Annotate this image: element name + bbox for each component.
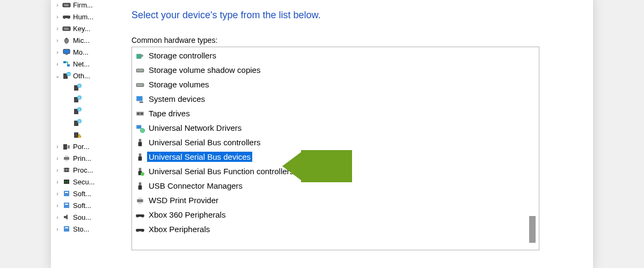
tape-icon	[134, 108, 146, 120]
tree-item[interactable]: ›Firm...	[51, 0, 110, 11]
network-icon	[62, 59, 71, 69]
hardware-types-list[interactable]: Storage controllersStorage volume shadow…	[131, 47, 539, 250]
hardware-type-item[interactable]: Tape drives	[132, 106, 539, 121]
tree-item-label: Sto...	[73, 225, 89, 233]
keyboard-icon	[62, 24, 71, 33]
hardware-type-label: Xbox 360 Peripherals	[147, 210, 227, 220]
tree-item-label: Key...	[73, 25, 90, 33]
hardware-type-item[interactable]: Universal Serial Bus controllers	[132, 135, 539, 150]
hardware-type-label: Storage volumes	[147, 79, 211, 90]
tree-item-label: Soft...	[73, 190, 91, 198]
tree-item-label: Sou...	[73, 213, 91, 221]
chevron-right-icon[interactable]: ›	[54, 25, 61, 32]
tree-item[interactable]	[51, 129, 110, 140]
software-icon	[62, 189, 71, 198]
tree-item[interactable]	[51, 117, 110, 129]
hardware-type-item[interactable]: WSD Print Provider	[132, 193, 539, 207]
printer-icon	[62, 153, 71, 163]
tree-item-label: Net...	[73, 60, 90, 68]
chevron-right-icon[interactable]: ›	[54, 2, 61, 8]
dialog-content: Select your device's type from the list …	[110, 0, 593, 268]
security-icon	[62, 177, 71, 187]
drive-icon	[134, 79, 146, 91]
hardware-type-item[interactable]: Universal Network Drivers	[132, 121, 539, 135]
hardware-type-item[interactable]: Storage volumes	[132, 77, 539, 92]
chevron-right-icon[interactable]: ›	[54, 190, 61, 197]
chevron-right-icon[interactable]: ›	[54, 202, 61, 209]
tree-item-label: Hum...	[73, 13, 93, 21]
tree-item-label: Oth...	[73, 72, 90, 80]
tree-item[interactable]: ›Mo...	[51, 46, 110, 58]
tree-item-label: Soft...	[73, 202, 91, 210]
hardware-type-item[interactable]: USB Connector Managers	[132, 178, 539, 193]
tree-item-label: Mic...	[73, 36, 90, 44]
list-label: Common hardware types:	[131, 36, 572, 44]
unknown-icon	[72, 118, 82, 128]
usb-fn-icon	[134, 166, 146, 177]
tree-item[interactable]: ›Secu...	[51, 176, 110, 188]
hardware-type-label: Universal Serial Bus devices	[147, 152, 252, 162]
tree-item[interactable]	[51, 93, 110, 105]
hardware-type-label: Universal Serial Bus Function controller…	[147, 166, 295, 176]
hardware-type-item[interactable]: Storage controllers	[132, 48, 539, 63]
device-tree-sidebar: ›Firm...›Hum...›Key...›Mic...›Mo...›Net.…	[51, 0, 110, 268]
chevron-right-icon[interactable]: ›	[54, 143, 61, 150]
tree-item[interactable]: ›Mic...	[51, 34, 110, 46]
chevron-right-icon[interactable]: ›	[54, 214, 61, 220]
hardware-type-item[interactable]: Xbox 360 Peripherals	[132, 207, 539, 222]
tree-item[interactable]	[51, 81, 110, 93]
chevron-right-icon[interactable]: ›	[54, 155, 61, 161]
hardware-type-item[interactable]: Xbox Peripherals	[132, 222, 539, 236]
heading-text: Select your device's type from the list …	[131, 10, 572, 21]
chevron-right-icon[interactable]: ›	[54, 13, 61, 20]
scrollbar-thumb[interactable]	[529, 216, 536, 243]
unknown-icon	[72, 106, 82, 116]
xbox-icon	[134, 224, 146, 235]
tree-item-label: Firm...	[73, 1, 93, 9]
chevron-right-icon[interactable]: ›	[54, 61, 61, 67]
dialog-window: ›Firm...›Hum...›Key...›Mic...›Mo...›Net.…	[51, 0, 593, 268]
tree-item[interactable]: ›Sou...	[51, 211, 110, 223]
monitor-icon	[62, 47, 71, 57]
usb-icon	[134, 151, 146, 163]
chevron-right-icon[interactable]: ›	[54, 178, 61, 185]
tree-item[interactable]	[51, 105, 110, 117]
drive-icon	[134, 64, 146, 76]
hardware-type-item[interactable]: Storage volume shadow copies	[132, 63, 539, 77]
hardware-type-label: Xbox Peripherals	[147, 224, 211, 234]
sound-icon	[62, 212, 71, 222]
usb-icon	[134, 180, 146, 192]
tree-item-label: Prin...	[73, 154, 91, 162]
tree-item-label: Proc...	[73, 166, 93, 174]
tree-item[interactable]: ›Hum...	[51, 11, 110, 23]
hardware-type-item[interactable]: Universal Serial Bus Function controller…	[132, 164, 539, 178]
hardware-type-label: System devices	[147, 94, 207, 104]
keyboard-icon	[62, 0, 71, 10]
game-icon	[62, 12, 71, 21]
hardware-type-item[interactable]: System devices	[132, 92, 539, 106]
tree-item[interactable]: ⌄Oth...	[51, 70, 110, 81]
chevron-right-icon[interactable]: ›	[54, 226, 61, 232]
chevron-right-icon[interactable]: ›	[54, 49, 61, 55]
tree-item[interactable]: ›Prin...	[51, 152, 110, 164]
chevron-right-icon[interactable]: ›	[54, 167, 61, 173]
chevron-down-icon[interactable]: ⌄	[54, 72, 61, 79]
tree-item[interactable]: ›Key...	[51, 23, 110, 34]
tree-item[interactable]: ›Soft...	[51, 188, 110, 199]
software-icon	[62, 224, 71, 234]
chevron-right-icon[interactable]: ›	[54, 37, 61, 43]
cpu-icon	[62, 165, 71, 175]
unknown-icon	[62, 71, 71, 80]
xbox-icon	[134, 209, 146, 221]
tree-item[interactable]: ›Por...	[51, 140, 110, 152]
hardware-type-label: USB Connector Managers	[147, 181, 244, 191]
unknown-icon	[72, 94, 82, 104]
tree-item[interactable]: ›Sto...	[51, 223, 110, 235]
tree-item[interactable]: ›Soft...	[51, 199, 110, 211]
software-icon	[62, 200, 71, 210]
tree-item[interactable]: ›Net...	[51, 58, 110, 70]
hardware-type-item[interactable]: Universal Serial Bus devices	[132, 150, 539, 164]
tree-item[interactable]: ›Proc...	[51, 164, 110, 176]
storage-ctrl-icon	[134, 50, 146, 62]
hardware-type-label: Universal Network Drivers	[147, 123, 243, 133]
